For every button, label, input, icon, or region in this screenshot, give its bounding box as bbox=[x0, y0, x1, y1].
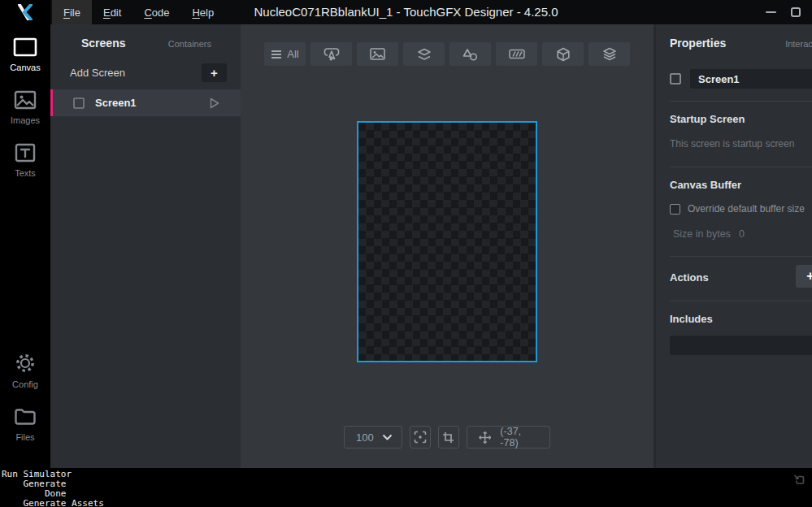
sidebar-item-label: Config bbox=[12, 379, 38, 389]
sidebar-item-files[interactable]: Files bbox=[14, 407, 37, 442]
move-icon bbox=[479, 431, 491, 444]
override-buffer-checkbox[interactable] bbox=[670, 204, 680, 214]
screens-panel-tabs: Screens Containers bbox=[50, 24, 241, 58]
widgets-all-label: All bbox=[287, 48, 298, 60]
sidebar-item-label: Texts bbox=[15, 168, 36, 178]
tab-screens[interactable]: Screens bbox=[81, 37, 125, 50]
cube-widget-icon bbox=[556, 47, 571, 62]
override-buffer-label: Override default buffer size bbox=[688, 203, 805, 214]
menu-help[interactable]: Help bbox=[180, 0, 225, 24]
shapes-widget-icon bbox=[462, 48, 478, 61]
console-line: Generate bbox=[2, 479, 812, 489]
add-screen-row: Add Screen + bbox=[50, 58, 241, 89]
focus-icon bbox=[414, 431, 427, 444]
images-icon bbox=[14, 90, 37, 110]
crop-icon bbox=[442, 431, 454, 444]
console-line: Run Simulator bbox=[2, 470, 812, 479]
design-canvas-screen1[interactable] bbox=[357, 121, 537, 362]
menu-edit[interactable]: Edit bbox=[92, 0, 132, 24]
progress-widget-icon bbox=[509, 49, 525, 59]
texts-icon bbox=[15, 143, 36, 162]
widgets-3d-button[interactable] bbox=[542, 42, 584, 66]
image-widget-icon bbox=[370, 48, 385, 60]
touchgfx-logo bbox=[0, 0, 50, 24]
widgets-shapes-button[interactable] bbox=[449, 42, 491, 66]
widgets-progress-button[interactable] bbox=[496, 42, 537, 66]
canvas-icon bbox=[13, 37, 37, 57]
startup-screen-description: This screen is startup screen bbox=[670, 138, 812, 150]
buffer-size-row: Size in bytes 0 bbox=[673, 228, 812, 240]
widgets-images-button[interactable] bbox=[357, 42, 398, 66]
divider bbox=[670, 256, 812, 257]
tab-properties[interactable]: Properties bbox=[670, 37, 726, 50]
screen-list-item-screen1[interactable]: Screen1 bbox=[50, 89, 241, 116]
fit-to-view-button[interactable] bbox=[410, 426, 431, 448]
maximize-icon[interactable] bbox=[791, 7, 801, 17]
tab-containers[interactable]: Containers bbox=[168, 39, 211, 49]
output-console[interactable]: Run Simulator Generate Done Generate Ass… bbox=[0, 468, 812, 507]
button-widget-icon bbox=[323, 47, 340, 61]
folder-icon bbox=[14, 407, 37, 427]
screen-icon bbox=[670, 73, 681, 84]
canvas-area: All bbox=[241, 24, 656, 468]
console-line: Generate Assets bbox=[2, 499, 812, 507]
screens-panel: Screens Containers Add Screen + Screen1 bbox=[50, 24, 241, 468]
screen-name-input[interactable]: Screen1 bbox=[690, 69, 812, 89]
divider bbox=[670, 301, 812, 301]
canvas-buffer-heading: Canvas Buffer bbox=[670, 179, 812, 191]
run-screen-icon[interactable] bbox=[210, 98, 219, 109]
add-action-button[interactable]: + bbox=[796, 265, 812, 288]
add-screen-button[interactable]: + bbox=[202, 63, 227, 82]
minimize-icon[interactable] bbox=[766, 11, 776, 13]
menu-file[interactable]: File bbox=[52, 0, 92, 24]
container-widget-icon bbox=[417, 48, 432, 61]
hamburger-icon bbox=[271, 50, 282, 59]
tab-interactions[interactable]: Interactions bbox=[785, 39, 812, 49]
screen-icon bbox=[73, 98, 85, 109]
expand-console-icon[interactable] bbox=[793, 474, 805, 488]
app-body: Canvas Images Texts Config bbox=[0, 24, 812, 468]
canvas-coords: (-37, -78) bbox=[500, 426, 538, 448]
startup-screen-heading: Startup Screen bbox=[670, 113, 812, 125]
widgets-all-button[interactable]: All bbox=[264, 42, 306, 66]
sidebar-item-label: Images bbox=[11, 115, 40, 125]
buffer-size-value: 0 bbox=[739, 228, 745, 240]
screen-name: Screen1 bbox=[95, 97, 137, 109]
zoom-select[interactable]: 100 bbox=[344, 426, 402, 448]
canvas-footer-toolbar: 100 (-37, -7 bbox=[344, 426, 550, 448]
widgets-containers-button[interactable] bbox=[403, 42, 445, 66]
divider bbox=[670, 167, 812, 167]
widget-toolbar: All bbox=[264, 42, 630, 66]
add-screen-label: Add Screen bbox=[70, 67, 125, 79]
properties-panel: Properties Interactions Screen1 Startup … bbox=[656, 24, 812, 468]
override-buffer-row: Override default buffer size bbox=[670, 203, 812, 214]
includes-heading: Includes bbox=[670, 313, 812, 325]
sidebar-item-images[interactable]: Images bbox=[11, 90, 40, 125]
window-controls bbox=[766, 0, 801, 24]
sidebar-item-texts[interactable]: Texts bbox=[15, 143, 36, 178]
chevron-down-icon bbox=[382, 434, 393, 440]
sidebar-item-label: Files bbox=[15, 432, 34, 442]
sidebar-item-config[interactable]: Config bbox=[12, 353, 38, 389]
gear-icon bbox=[15, 353, 36, 374]
includes-input[interactable] bbox=[670, 336, 812, 355]
widgets-misc-button[interactable] bbox=[588, 42, 630, 66]
console-line: Done bbox=[2, 489, 812, 499]
menubar: File Edit Code Help bbox=[52, 0, 225, 24]
actions-row: Actions + bbox=[656, 265, 812, 289]
sidebar-item-canvas[interactable]: Canvas bbox=[10, 37, 40, 72]
buffer-size-label: Size in bytes bbox=[673, 228, 731, 240]
properties-panel-tabs: Properties Interactions bbox=[656, 24, 812, 50]
menu-code[interactable]: Code bbox=[132, 0, 180, 24]
screen-name-row: Screen1 bbox=[670, 69, 812, 89]
zoom-value: 100 bbox=[356, 431, 374, 444]
widgets-controls-button[interactable] bbox=[310, 42, 352, 66]
sidebar-item-label: Canvas bbox=[10, 63, 40, 72]
canvas-position-indicator[interactable]: (-37, -78) bbox=[467, 426, 550, 448]
activity-bar: Canvas Images Texts Config bbox=[0, 24, 50, 468]
divider bbox=[670, 101, 812, 102]
layers-widget-icon bbox=[602, 47, 617, 61]
touchgfx-x-icon bbox=[16, 4, 34, 20]
crop-button[interactable] bbox=[438, 426, 459, 448]
titlebar: File Edit Code Help NucleoC071RBblankUI_… bbox=[0, 0, 812, 24]
